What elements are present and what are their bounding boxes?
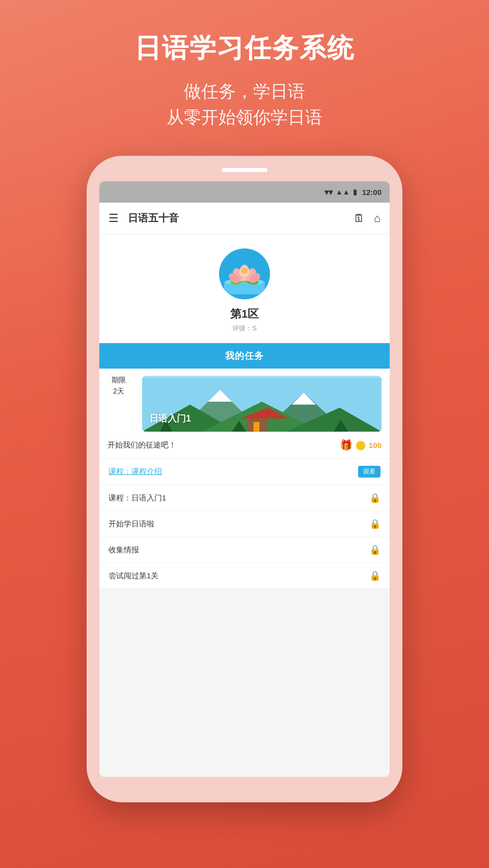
- lesson-name-1: 课程：日语入门1: [108, 493, 166, 503]
- deadline-days: 2天: [113, 387, 124, 396]
- header-section: 日语学习任务系统 做任务，学日语 从零开始领你学日语: [134, 31, 355, 130]
- zone-name: 第1区: [230, 306, 259, 322]
- reward-row: 开始我们的征途吧！ 🎁 ⬤ 100: [99, 432, 390, 459]
- signal-icon: ▲▲: [336, 188, 350, 196]
- status-icons: ▾▾ ▲▲ ▮ 12:00: [324, 187, 382, 197]
- task-section: 期限 2天: [99, 369, 390, 589]
- subtitle-line2: 从零开始领你学日语: [167, 107, 322, 127]
- profile-section: 第1区 评级：S: [99, 234, 390, 343]
- course-image-label: 日语入门1: [149, 412, 191, 425]
- list-item: 收集情报 🔒: [99, 537, 390, 563]
- lock-icon-1: 🔒: [369, 492, 381, 503]
- lesson-list: 课程：课程介绍 观看 课程：日语入门1 🔒 开始学日语啦 🔒: [99, 459, 390, 589]
- battery-icon: ▮: [353, 188, 357, 196]
- tasks-banner-label: 我的任务: [225, 350, 264, 362]
- list-item: 课程：日语入门1 🔒: [99, 485, 390, 511]
- lock-icon-3: 🔒: [369, 544, 381, 555]
- lesson-name-2: 开始学日语啦: [108, 519, 154, 529]
- calendar-icon[interactable]: 🗓: [354, 212, 365, 225]
- lesson-name-3: 收集情报: [108, 545, 139, 555]
- phone-frame: ▾▾ ▲▲ ▮ 12:00 ☰ 日语五十音 🗓 ⌂: [87, 156, 402, 802]
- hamburger-menu-icon[interactable]: ☰: [108, 212, 119, 225]
- lock-icon-2: 🔒: [369, 518, 381, 529]
- lesson-name-4: 尝试闯过第1关: [108, 571, 158, 581]
- list-item: 课程：课程介绍 观看: [99, 459, 390, 485]
- subtitle: 做任务，学日语 从零开始领你学日语: [134, 78, 355, 130]
- course-image: 日语入门1: [142, 376, 382, 432]
- phone-top-bar: [222, 168, 267, 172]
- zone-rating: 评级：S: [232, 324, 257, 333]
- gift-icon: 🎁: [340, 439, 352, 451]
- deadline-column: 期限 2天: [107, 376, 130, 432]
- reward-text: 开始我们的征途吧！: [107, 440, 176, 450]
- lesson-name-0[interactable]: 课程：课程介绍: [108, 467, 162, 477]
- deadline-label: 期限: [112, 376, 126, 385]
- home-icon[interactable]: ⌂: [374, 212, 381, 225]
- toolbar-action-icons: 🗓 ⌂: [354, 212, 381, 225]
- wifi-icon: ▾▾: [324, 187, 333, 197]
- coin-icon: ⬤: [356, 439, 366, 451]
- reward-coins: 🎁 ⬤ 100: [340, 439, 382, 451]
- app-toolbar: ☰ 日语五十音 🗓 ⌂: [99, 203, 390, 234]
- status-bar: ▾▾ ▲▲ ▮ 12:00: [99, 181, 390, 203]
- avatar: [219, 248, 270, 299]
- task-header-row: 期限 2天: [99, 369, 390, 432]
- subtitle-line1: 做任务，学日语: [184, 81, 305, 101]
- app-title-label: 日语五十音: [128, 211, 354, 225]
- watch-badge-0[interactable]: 观看: [358, 466, 381, 478]
- phone-screen: ▾▾ ▲▲ ▮ 12:00 ☰ 日语五十音 🗓 ⌂: [99, 181, 390, 777]
- time-display: 12:00: [362, 188, 382, 197]
- svg-point-11: [241, 267, 248, 274]
- content-area: 第1区 评级：S 我的任务 期限 2天: [99, 234, 390, 777]
- tasks-banner[interactable]: 我的任务: [99, 343, 390, 369]
- coin-count: 100: [369, 441, 382, 450]
- list-item: 开始学日语啦 🔒: [99, 511, 390, 537]
- svg-rect-25: [254, 422, 260, 432]
- lock-icon-4: 🔒: [369, 570, 381, 581]
- avatar-image: [224, 254, 265, 294]
- main-title: 日语学习任务系统: [134, 31, 355, 66]
- list-item: 尝试闯过第1关 🔒: [99, 563, 390, 589]
